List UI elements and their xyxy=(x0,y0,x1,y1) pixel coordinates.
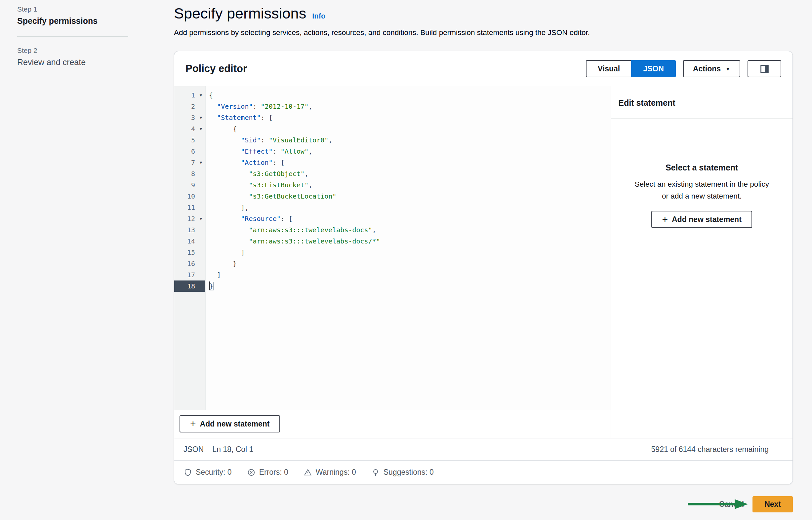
warning-triangle-icon xyxy=(303,468,312,477)
code-line[interactable]: "arn:aws:s3:::twelevelabs-docs", xyxy=(209,224,611,236)
suggestions-findings-item[interactable]: Suggestions: 0 xyxy=(371,468,434,477)
actions-dropdown-label: Actions xyxy=(693,64,721,73)
select-statement-description: Select an existing statement in the poli… xyxy=(631,178,773,202)
info-link[interactable]: Info xyxy=(312,12,325,21)
panel-add-new-statement-label: Add new statement xyxy=(672,215,742,224)
edit-statement-content: Select a statement Select an existing st… xyxy=(611,119,792,228)
code-line[interactable]: "s3:GetBucketLocation" xyxy=(209,191,611,202)
page-title: Specify permissions xyxy=(174,5,306,23)
code-line[interactable]: "Statement": [ xyxy=(209,112,611,123)
line-number[interactable]: 11 xyxy=(174,202,205,213)
code-line[interactable]: "Resource": [ xyxy=(209,213,611,224)
step-2: Step 2 Review and create xyxy=(17,47,128,67)
code-area[interactable]: { "Version": "2012-10-17", "Statement": … xyxy=(206,89,611,410)
code-line[interactable]: ], xyxy=(209,202,611,213)
security-findings-item[interactable]: Security: 0 xyxy=(183,468,232,477)
add-new-statement-label: Add new statement xyxy=(200,420,270,428)
line-number-gutter: 1▾23▾4▾567▾89101112▾131415161718 xyxy=(174,86,206,410)
actions-dropdown-button[interactable]: Actions ▼ xyxy=(683,60,740,77)
visual-toggle-button[interactable]: Visual xyxy=(586,60,632,77)
line-number[interactable]: 15 xyxy=(174,247,205,258)
line-number[interactable]: 12▾ xyxy=(174,213,205,224)
main-content: Specify permissions Info Add permissions… xyxy=(174,0,793,513)
page-header: Specify permissions Info xyxy=(174,5,793,23)
create-policy-page: Step 1 Specify permissions Step 2 Review… xyxy=(0,0,812,520)
editor-mode-toggle: Visual JSON xyxy=(586,60,676,77)
code-line[interactable]: } xyxy=(209,258,611,269)
edit-statement-panel: Edit statement Select a statement Select… xyxy=(611,86,792,438)
errors-findings-label: Errors: 0 xyxy=(259,468,288,477)
warnings-findings-item[interactable]: Warnings: 0 xyxy=(303,468,356,477)
line-number[interactable]: 18 xyxy=(174,281,205,292)
editor-mode-label: JSON xyxy=(183,445,204,454)
line-number[interactable]: 10 xyxy=(174,191,205,202)
select-statement-heading: Select a statement xyxy=(631,163,773,173)
line-number[interactable]: 13 xyxy=(174,224,205,236)
wizard-footer: Cancel Next xyxy=(174,496,793,513)
code-line[interactable]: "s3:GetObject", xyxy=(209,168,611,179)
step2-link[interactable]: Review and create xyxy=(17,57,128,67)
step-1: Step 1 Specify permissions xyxy=(17,5,128,26)
code-line[interactable]: "Sid": "VisualEditor0", xyxy=(209,134,611,146)
fold-toggle-icon[interactable]: ▾ xyxy=(196,89,205,101)
policy-editor-body: 1▾23▾4▾567▾89101112▾131415161718 { "Vers… xyxy=(174,86,792,438)
line-number[interactable]: 6 xyxy=(174,146,205,157)
code-line[interactable]: "Effect": "Allow", xyxy=(209,146,611,157)
cursor-position-label: Ln 18, Col 1 xyxy=(212,445,253,454)
security-findings-label: Security: 0 xyxy=(196,468,232,477)
line-number[interactable]: 3▾ xyxy=(174,112,205,123)
policy-editor-card: Policy editor Visual JSON Actions ▼ xyxy=(174,51,793,484)
code-line[interactable]: { xyxy=(209,89,611,101)
line-number[interactable]: 4▾ xyxy=(174,123,205,134)
editor-column: 1▾23▾4▾567▾89101112▾131415161718 { "Vers… xyxy=(174,86,611,438)
add-new-statement-button[interactable]: + Add new statement xyxy=(179,415,280,433)
errors-findings-item[interactable]: Errors: 0 xyxy=(247,468,288,477)
code-line[interactable]: "arn:aws:s3:::twelevelabs-docs/*" xyxy=(209,236,611,247)
code-line[interactable]: ] xyxy=(209,269,611,281)
next-button[interactable]: Next xyxy=(753,496,793,512)
shield-icon xyxy=(183,468,192,477)
json-code-editor[interactable]: 1▾23▾4▾567▾89101112▾131415161718 { "Vers… xyxy=(174,86,611,410)
line-number[interactable]: 14 xyxy=(174,236,205,247)
page-description: Add permissions by selecting services, a… xyxy=(174,28,793,38)
lightbulb-icon xyxy=(371,468,380,477)
policy-editor-header: Policy editor Visual JSON Actions ▼ xyxy=(174,51,792,86)
chevron-down-icon: ▼ xyxy=(725,66,730,72)
panel-add-new-statement-button[interactable]: + Add new statement xyxy=(651,211,752,228)
fold-toggle-icon[interactable]: ▾ xyxy=(196,213,205,224)
editor-footer-row: + Add new statement xyxy=(174,410,611,438)
line-number[interactable]: 1▾ xyxy=(174,89,205,101)
error-circle-icon xyxy=(247,468,255,477)
line-number[interactable]: 7▾ xyxy=(174,157,205,168)
steps-divider xyxy=(17,36,128,37)
code-line[interactable]: } xyxy=(209,281,611,292)
code-line[interactable]: "Version": "2012-10-17", xyxy=(209,101,611,112)
line-number[interactable]: 16 xyxy=(174,258,205,269)
line-number[interactable]: 8 xyxy=(174,168,205,179)
code-line[interactable]: "Action": [ xyxy=(209,157,611,168)
json-toggle-button[interactable]: JSON xyxy=(631,60,676,77)
fold-toggle-icon[interactable]: ▾ xyxy=(196,157,205,168)
line-number[interactable]: 2 xyxy=(174,101,205,112)
editor-status-bar: JSON Ln 18, Col 1 5921 of 6144 character… xyxy=(174,438,792,460)
line-number[interactable]: 9 xyxy=(174,179,205,191)
step1-link[interactable]: Specify permissions xyxy=(17,16,128,26)
cancel-button[interactable]: Cancel xyxy=(719,500,744,509)
suggestions-findings-label: Suggestions: 0 xyxy=(384,468,434,477)
policy-editor-title: Policy editor xyxy=(186,63,247,75)
findings-bar: Security: 0 Errors: 0 Warnings: 0 xyxy=(174,460,792,484)
fold-toggle-icon[interactable]: ▾ xyxy=(196,112,205,123)
characters-remaining-label: 5921 of 6144 characters remaining xyxy=(651,445,769,454)
warnings-findings-label: Warnings: 0 xyxy=(316,468,356,477)
step1-label: Step 1 xyxy=(17,5,128,13)
fold-toggle-icon[interactable]: ▾ xyxy=(196,123,205,134)
code-line[interactable]: ] xyxy=(209,247,611,258)
code-line[interactable]: { xyxy=(209,123,611,134)
wizard-steps-nav: Step 1 Specify permissions Step 2 Review… xyxy=(17,5,128,67)
edit-statement-title: Edit statement xyxy=(611,86,792,119)
split-panel-toggle-button[interactable] xyxy=(747,60,781,77)
code-line[interactable]: "s3:ListBucket", xyxy=(209,179,611,191)
line-number[interactable]: 5 xyxy=(174,134,205,146)
step2-label: Step 2 xyxy=(17,47,128,54)
line-number[interactable]: 17 xyxy=(174,269,205,281)
